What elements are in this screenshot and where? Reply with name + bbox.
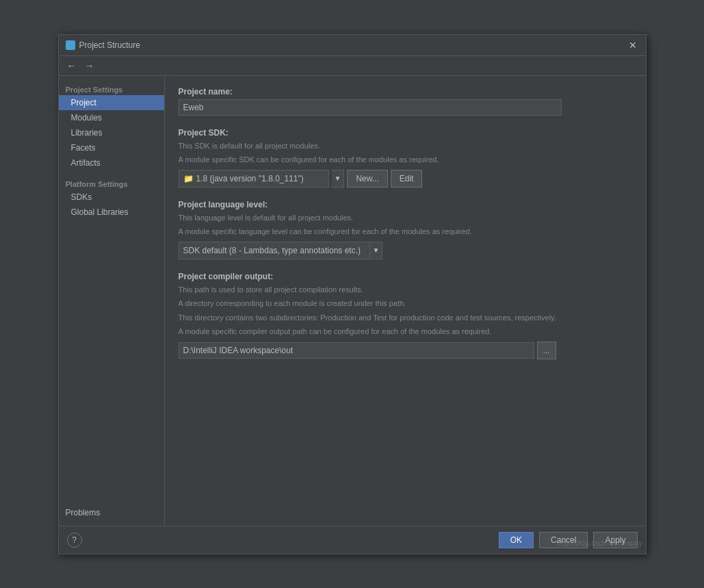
compiler-desc2: A directory corresponding to each module… bbox=[179, 298, 632, 309]
ok-button[interactable]: OK bbox=[499, 532, 534, 548]
footer: ? OK Cancel Apply bbox=[59, 526, 646, 554]
main-panel: Project name: Project SDK: This SDK is d… bbox=[165, 76, 646, 526]
footer-left: ? bbox=[67, 533, 493, 548]
project-name-section: Project name: bbox=[179, 87, 632, 116]
help-button[interactable]: ? bbox=[67, 533, 82, 548]
back-button[interactable]: ← bbox=[64, 59, 79, 73]
compiler-desc1: This path is used to store all project c… bbox=[179, 284, 632, 296]
compiler-output-input[interactable] bbox=[179, 342, 534, 359]
project-name-label: Project name: bbox=[179, 87, 632, 97]
compiler-output-section: Project compiler output: This path is us… bbox=[179, 272, 632, 359]
close-button[interactable]: ✕ bbox=[627, 39, 639, 51]
toolbar: ← → bbox=[59, 56, 646, 76]
sidebar-item-global-libraries[interactable]: Global Libraries bbox=[59, 205, 164, 220]
language-level-label: Project language level: bbox=[179, 200, 632, 209]
lang-desc2: A module specific language level can be … bbox=[179, 226, 632, 238]
browse-button[interactable]: ... bbox=[537, 342, 556, 359]
compiler-desc4: A module specific compiler output path c… bbox=[179, 326, 632, 337]
lang-desc1: This language level is default for all p… bbox=[179, 212, 632, 224]
language-dropdown[interactable]: SDK default (8 - Lambdas, type annotatio… bbox=[179, 242, 370, 259]
title-bar-left: Project Structure bbox=[66, 40, 140, 50]
compiler-output-label: Project compiler output: bbox=[179, 272, 632, 281]
project-structure-dialog: Project Structure ✕ ← → Project Settings… bbox=[58, 34, 647, 554]
folder-icon: 📁 bbox=[183, 174, 194, 183]
sidebar-item-libraries[interactable]: Libraries bbox=[59, 125, 164, 140]
sidebar-item-modules[interactable]: Modules bbox=[59, 110, 164, 125]
project-structure-icon bbox=[66, 40, 75, 50]
sidebar-item-sdks[interactable]: SDKs bbox=[59, 190, 164, 205]
sdk-value: 1.8 (java version "1.8.0_111") bbox=[196, 174, 304, 183]
content-area: Project Settings Project Modules Librari… bbox=[59, 76, 646, 526]
sdk-dropdown-arrow[interactable]: ▼ bbox=[332, 170, 345, 188]
language-select-wrapper: SDK default (8 - Lambdas, type annotatio… bbox=[179, 242, 632, 259]
sidebar-item-facets[interactable]: Facets bbox=[59, 140, 164, 155]
sdk-desc2: A module specific SDK can be configured … bbox=[179, 154, 632, 166]
platform-settings-label: Platform Settings bbox=[59, 176, 164, 190]
project-sdk-label: Project SDK: bbox=[179, 128, 632, 138]
project-sdk-section: Project SDK: This SDK is default for all… bbox=[179, 128, 632, 188]
title-bar: Project Structure ✕ bbox=[59, 35, 646, 56]
sidebar: Project Settings Project Modules Librari… bbox=[59, 76, 165, 526]
edit-sdk-button[interactable]: Edit bbox=[391, 170, 423, 188]
new-sdk-button[interactable]: New... bbox=[347, 170, 387, 188]
compiler-desc3: This directory contains two subdirectori… bbox=[179, 312, 632, 324]
language-value: SDK default (8 - Lambdas, type annotatio… bbox=[183, 246, 361, 255]
language-level-section: Project language level: This language le… bbox=[179, 200, 632, 259]
sdk-desc1: This SDK is default for all project modu… bbox=[179, 140, 632, 152]
apply-button[interactable]: Apply bbox=[593, 532, 637, 548]
cancel-button[interactable]: Cancel bbox=[539, 532, 588, 548]
language-dropdown-arrow[interactable]: ▼ bbox=[370, 242, 383, 259]
sidebar-item-project[interactable]: Project bbox=[59, 95, 164, 110]
sidebar-item-problems[interactable]: Problems bbox=[59, 501, 164, 520]
sdk-row: 📁 1.8 (java version "1.8.0_111") ▼ New..… bbox=[179, 170, 632, 188]
compiler-output-row: ... bbox=[179, 342, 632, 359]
sidebar-item-artifacts[interactable]: Artifacts bbox=[59, 155, 164, 170]
dialog-title: Project Structure bbox=[79, 40, 140, 50]
project-settings-label: Project Settings bbox=[59, 81, 164, 95]
project-name-input[interactable] bbox=[179, 99, 562, 116]
sdk-dropdown[interactable]: 📁 1.8 (java version "1.8.0_111") bbox=[179, 170, 329, 188]
forward-button[interactable]: → bbox=[82, 59, 97, 73]
